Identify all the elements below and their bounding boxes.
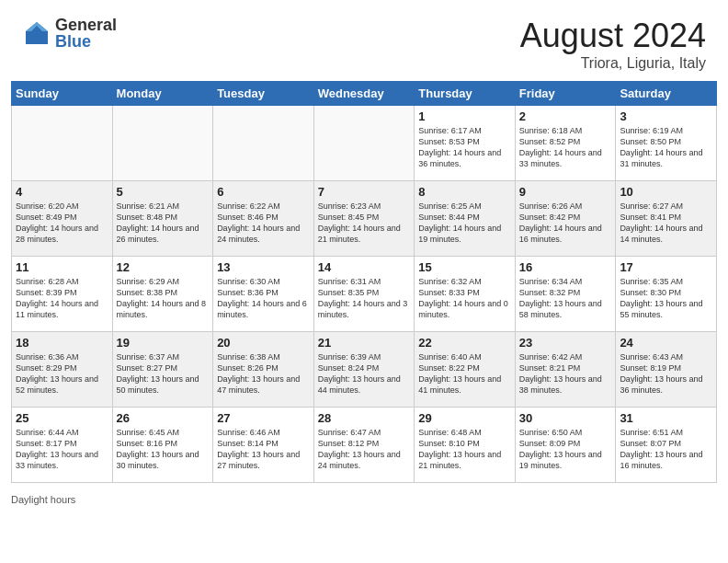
day-cell: 17Sunrise: 6:35 AM Sunset: 8:30 PM Dayli… [616,257,717,332]
day-cell: 8Sunrise: 6:25 AM Sunset: 8:44 PM Daylig… [415,181,516,257]
logo: General Blue [22,17,117,50]
day-header-saturday: Saturday [616,82,717,106]
day-number: 4 [16,185,108,199]
day-info: Sunrise: 6:21 AM Sunset: 8:48 PM Dayligh… [117,201,210,246]
location-title: Triora, Liguria, Italy [520,55,706,72]
day-number: 6 [217,185,310,199]
title-block: August 2024 Triora, Liguria, Italy [520,17,706,72]
day-info: Sunrise: 6:44 AM Sunset: 8:17 PM Dayligh… [16,427,108,472]
day-number: 7 [318,185,411,199]
day-cell: 20Sunrise: 6:38 AM Sunset: 8:26 PM Dayli… [213,332,314,408]
logo-text: General Blue [55,17,117,50]
day-cell [112,106,213,181]
day-cell: 24Sunrise: 6:43 AM Sunset: 8:19 PM Dayli… [616,332,717,408]
day-cell: 29Sunrise: 6:48 AM Sunset: 8:10 PM Dayli… [415,408,516,483]
day-info: Sunrise: 6:47 AM Sunset: 8:12 PM Dayligh… [318,427,411,472]
day-number: 2 [519,109,612,123]
day-number: 23 [519,336,612,350]
logo-general-text: General [55,17,117,33]
day-info: Sunrise: 6:51 AM Sunset: 8:07 PM Dayligh… [620,427,712,472]
day-number: 26 [117,411,210,425]
day-header-sunday: Sunday [12,82,113,106]
logo-blue-text: Blue [55,33,117,50]
day-number: 21 [318,336,411,350]
day-number: 28 [318,411,411,425]
day-info: Sunrise: 6:29 AM Sunset: 8:38 PM Dayligh… [117,276,210,321]
day-cell: 5Sunrise: 6:21 AM Sunset: 8:48 PM Daylig… [112,181,213,257]
day-info: Sunrise: 6:39 AM Sunset: 8:24 PM Dayligh… [318,351,411,396]
day-number: 16 [519,260,612,274]
day-number: 29 [418,411,511,425]
day-number: 19 [117,336,210,350]
day-number: 18 [16,336,108,350]
day-number: 12 [117,260,210,274]
day-cell [213,106,314,181]
week-row-5: 25Sunrise: 6:44 AM Sunset: 8:17 PM Dayli… [12,408,717,483]
day-cell: 2Sunrise: 6:18 AM Sunset: 8:52 PM Daylig… [515,106,616,181]
day-info: Sunrise: 6:23 AM Sunset: 8:45 PM Dayligh… [318,201,411,246]
week-row-3: 11Sunrise: 6:28 AM Sunset: 8:39 PM Dayli… [12,257,717,332]
day-number: 3 [620,109,712,123]
day-number: 10 [620,185,712,199]
day-number: 8 [418,185,511,199]
day-cell: 30Sunrise: 6:50 AM Sunset: 8:09 PM Dayli… [515,408,616,483]
day-info: Sunrise: 6:17 AM Sunset: 8:53 PM Dayligh… [418,125,511,170]
day-header-monday: Monday [112,82,213,106]
day-info: Sunrise: 6:18 AM Sunset: 8:52 PM Dayligh… [519,125,612,170]
day-number: 25 [16,411,108,425]
day-info: Sunrise: 6:37 AM Sunset: 8:27 PM Dayligh… [117,351,210,396]
day-header-thursday: Thursday [415,82,516,106]
day-number: 17 [620,260,712,274]
day-header-friday: Friday [515,82,616,106]
day-number: 22 [418,336,511,350]
day-info: Sunrise: 6:35 AM Sunset: 8:30 PM Dayligh… [620,276,712,321]
week-row-1: 1Sunrise: 6:17 AM Sunset: 8:53 PM Daylig… [12,106,717,181]
day-cell: 21Sunrise: 6:39 AM Sunset: 8:24 PM Dayli… [313,332,415,408]
day-cell: 15Sunrise: 6:32 AM Sunset: 8:33 PM Dayli… [415,257,516,332]
day-number: 13 [217,260,310,274]
day-cell: 4Sunrise: 6:20 AM Sunset: 8:49 PM Daylig… [12,181,113,257]
day-header-wednesday: Wednesday [313,82,415,106]
day-info: Sunrise: 6:20 AM Sunset: 8:49 PM Dayligh… [16,201,108,246]
logo-icon [22,18,51,48]
day-cell: 14Sunrise: 6:31 AM Sunset: 8:35 PM Dayli… [313,257,415,332]
day-cell: 23Sunrise: 6:42 AM Sunset: 8:21 PM Dayli… [515,332,616,408]
day-info: Sunrise: 6:38 AM Sunset: 8:26 PM Dayligh… [217,351,310,396]
svg-rect-2 [26,31,48,44]
day-cell: 18Sunrise: 6:36 AM Sunset: 8:29 PM Dayli… [12,332,113,408]
day-cell: 13Sunrise: 6:30 AM Sunset: 8:36 PM Dayli… [213,257,314,332]
day-info: Sunrise: 6:22 AM Sunset: 8:46 PM Dayligh… [217,201,310,246]
day-cell: 31Sunrise: 6:51 AM Sunset: 8:07 PM Dayli… [616,408,717,483]
day-cell: 22Sunrise: 6:40 AM Sunset: 8:22 PM Dayli… [415,332,516,408]
day-info: Sunrise: 6:50 AM Sunset: 8:09 PM Dayligh… [519,427,612,472]
day-info: Sunrise: 6:45 AM Sunset: 8:16 PM Dayligh… [117,427,210,472]
day-info: Sunrise: 6:42 AM Sunset: 8:21 PM Dayligh… [519,351,612,396]
day-cell: 12Sunrise: 6:29 AM Sunset: 8:38 PM Dayli… [112,257,213,332]
day-number: 5 [117,185,210,199]
day-cell: 6Sunrise: 6:22 AM Sunset: 8:46 PM Daylig… [213,181,314,257]
calendar-container: SundayMondayTuesdayWednesdayThursdayFrid… [0,81,728,490]
day-info: Sunrise: 6:36 AM Sunset: 8:29 PM Dayligh… [16,351,108,396]
day-info: Sunrise: 6:26 AM Sunset: 8:42 PM Dayligh… [519,201,612,246]
day-info: Sunrise: 6:32 AM Sunset: 8:33 PM Dayligh… [418,276,511,321]
day-cell [313,106,415,181]
calendar-table: SundayMondayTuesdayWednesdayThursdayFrid… [11,81,717,483]
day-number: 20 [217,336,310,350]
day-info: Sunrise: 6:19 AM Sunset: 8:50 PM Dayligh… [620,125,712,170]
day-info: Sunrise: 6:25 AM Sunset: 8:44 PM Dayligh… [418,201,511,246]
day-number: 1 [418,109,511,123]
day-header-tuesday: Tuesday [213,82,314,106]
day-number: 31 [620,411,712,425]
day-info: Sunrise: 6:43 AM Sunset: 8:19 PM Dayligh… [620,351,712,396]
day-cell: 25Sunrise: 6:44 AM Sunset: 8:17 PM Dayli… [12,408,113,483]
day-number: 30 [519,411,612,425]
day-cell: 16Sunrise: 6:34 AM Sunset: 8:32 PM Dayli… [515,257,616,332]
day-cell: 27Sunrise: 6:46 AM Sunset: 8:14 PM Dayli… [213,408,314,483]
page-header: General Blue August 2024 Triora, Liguria… [0,0,728,81]
month-title: August 2024 [520,17,706,55]
footer-note: Daylight hours [0,490,728,509]
day-number: 27 [217,411,310,425]
week-row-4: 18Sunrise: 6:36 AM Sunset: 8:29 PM Dayli… [12,332,717,408]
day-info: Sunrise: 6:46 AM Sunset: 8:14 PM Dayligh… [217,427,310,472]
day-number: 11 [16,260,108,274]
